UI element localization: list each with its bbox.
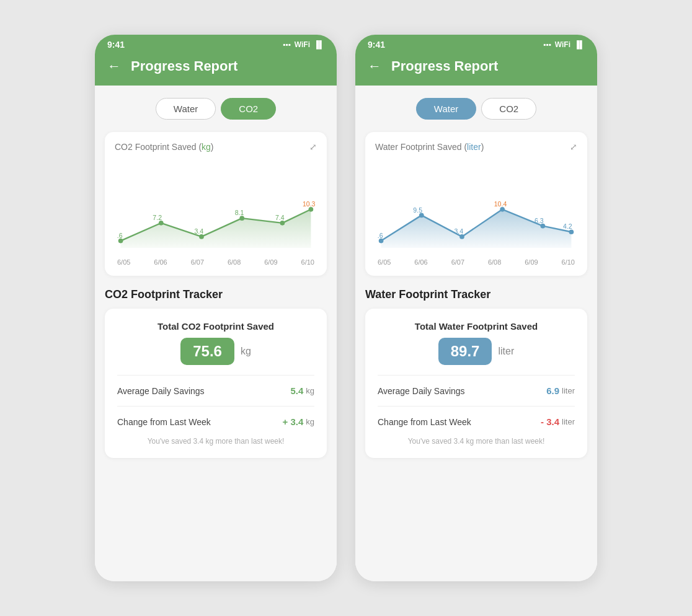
water-value-row: 89.7 liter [378,338,575,365]
co2-avg-unit: kg [306,386,314,395]
water-wifi-icon: WiFi [555,40,570,49]
water-change-label: Change from Last Week [378,417,471,427]
co2-label-0: .6 [117,232,123,239]
co2-change-value: + 3.4 [282,416,303,427]
water-label-2: 3.4 [455,227,464,235]
water-avg-value: 6.9 [546,385,559,396]
water-label-3: 10.4 [494,200,507,208]
co2-dot-4 [280,221,285,226]
water-dot-4 [541,224,546,229]
water-section-title: Water Footprint Tracker [365,288,587,301]
co2-header: ← Progress Report [95,52,337,86]
water-avg-value-group: 6.9 liter [546,385,575,396]
water-change-value: - 3.4 [541,416,559,427]
water-label-4: 6.3 [535,217,544,224]
co2-tracker-note: You've saved 3.4 kg more than last week! [117,437,314,446]
co2-chart-svg: .6 7.2 3.4 8.1 7.4 10.3 [115,157,317,256]
water-header-title: Progress Report [391,58,498,74]
water-total-unit: liter [498,346,514,357]
water-time: 9:41 [368,40,385,50]
co2-section-title: CO2 Footprint Tracker [105,288,327,301]
water-chart-card: Water Footprint Saved (liter) ⤢ [365,132,587,276]
water-tab-group: Water CO2 [365,98,587,120]
water-divider-1 [378,375,575,376]
water-status-icons: ▪▪▪ WiFi ▐▌ [543,40,585,49]
co2-label-5: 10.3 [303,200,316,208]
water-tab-co2[interactable]: CO2 [481,98,536,120]
co2-status-bar: 9:41 ▪▪▪ WiFi ▐▌ [95,35,337,52]
water-avg-row: Average Daily Savings 6.9 liter [378,381,575,401]
co2-time: 9:41 [107,40,125,50]
co2-label-1: 7.2 [153,214,162,221]
co2-total-value: 75.6 [180,338,234,365]
water-chart-title: Water Footprint Saved (liter) [375,142,484,152]
co2-dot-2 [199,234,204,239]
co2-chart-area: .6 7.2 3.4 8.1 7.4 10.3 [115,157,317,256]
battery-icon: ▐▌ [314,40,324,49]
co2-value-row: 75.6 kg [117,338,314,365]
water-area-fill [381,209,572,248]
wifi-icon: WiFi [295,40,310,49]
co2-expand-icon[interactable]: ⤢ [309,142,317,152]
co2-content: Water CO2 CO2 Footprint Saved (kg) ⤢ [95,86,337,581]
water-tracker-card: Total Water Footprint Saved 89.7 liter A… [365,309,587,458]
water-dot-0 [379,239,384,244]
water-content: Water CO2 Water Footprint Saved (liter) … [355,86,597,581]
co2-change-value-group: + 3.4 kg [282,416,314,427]
co2-chart-header: CO2 Footprint Saved (kg) ⤢ [115,142,317,152]
water-avg-label: Average Daily Savings [378,386,465,396]
co2-chart-title: CO2 Footprint Saved (kg) [115,142,214,152]
co2-change-row: Change from Last Week + 3.4 kg [117,411,314,432]
water-chart-header: Water Footprint Saved (liter) ⤢ [375,142,577,152]
co2-dot-5 [309,207,314,212]
co2-avg-label: Average Daily Savings [117,386,205,396]
water-change-unit: liter [562,417,575,426]
co2-chart-card: CO2 Footprint Saved (kg) ⤢ [105,132,327,276]
water-phone: 9:41 ▪▪▪ WiFi ▐▌ ← Progress Report Water… [355,35,597,581]
water-expand-icon[interactable]: ⤢ [570,142,577,152]
co2-divider-1 [117,375,314,376]
co2-label-2: 3.4 [194,227,203,235]
co2-tab-group: Water CO2 [105,98,327,120]
co2-total-unit: kg [241,346,251,357]
co2-tab-co2[interactable]: CO2 [221,98,276,120]
water-dot-1 [419,213,424,218]
water-back-button[interactable]: ← [368,58,381,74]
co2-label-3: 8.1 [235,209,244,216]
water-label-1: 9.5 [413,206,422,214]
water-status-bar: 9:41 ▪▪▪ WiFi ▐▌ [355,35,597,52]
water-tracker-note: You've saved 3.4 kg more than last week! [378,437,575,446]
co2-dot-3 [239,216,244,221]
co2-dot-1 [159,221,164,226]
phones-container: 9:41 ▪▪▪ WiFi ▐▌ ← Progress Report Water… [70,10,622,606]
water-total-label: Total Water Footprint Saved [378,321,575,332]
co2-divider-2 [117,406,314,407]
water-chart-dates: 6/05 6/06 6/07 6/08 6/09 6/10 [375,258,577,266]
water-header: ← Progress Report [355,52,597,86]
water-divider-2 [378,406,575,407]
co2-avg-value: 5.4 [290,385,303,396]
water-dot-2 [459,234,464,239]
water-chart-svg: .6 9.5 3.4 10.4 6.3 4.2 [375,157,577,256]
water-dot-3 [500,207,505,212]
water-label-5: 4.2 [563,222,572,230]
co2-avg-value-group: 5.4 kg [290,385,314,396]
co2-status-icons: ▪▪▪ WiFi ▐▌ [283,40,324,49]
co2-back-button[interactable]: ← [107,58,121,74]
water-change-value-group: - 3.4 liter [541,416,575,427]
co2-tracker-card: Total CO2 Footprint Saved 75.6 kg Averag… [105,309,327,458]
co2-total-label: Total CO2 Footprint Saved [117,321,314,332]
water-change-row: Change from Last Week - 3.4 liter [378,411,575,432]
co2-tab-water[interactable]: Water [156,98,216,120]
water-avg-unit: liter [562,386,575,395]
water-dot-5 [569,229,574,234]
water-signal-icon: ▪▪▪ [543,40,551,49]
co2-header-title: Progress Report [131,58,237,74]
water-battery-icon: ▐▌ [574,40,585,49]
co2-phone: 9:41 ▪▪▪ WiFi ▐▌ ← Progress Report Water… [95,35,337,581]
co2-change-unit: kg [306,417,314,426]
water-chart-area: .6 9.5 3.4 10.4 6.3 4.2 [375,157,577,256]
water-tab-water[interactable]: Water [416,98,476,120]
co2-change-label: Change from Last Week [117,417,211,427]
co2-avg-row: Average Daily Savings 5.4 kg [117,381,314,401]
